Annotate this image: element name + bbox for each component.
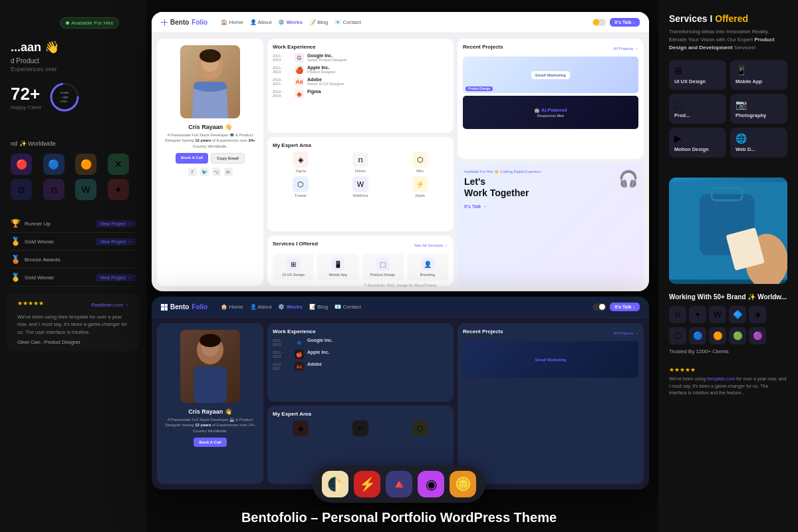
- left-subtitle: Experiences over: [11, 66, 136, 72]
- dark-book-call-btn[interactable]: Book A Call: [194, 438, 226, 447]
- brands-grid: 🔴 🔵 🟠 ✕ ⊙ 𝕟 W ✦: [11, 154, 136, 200]
- right-service-prod: ⬚ Prod...: [669, 94, 726, 124]
- github-icon[interactable]: ⌥: [212, 168, 221, 176]
- services-link[interactable]: See All Services →: [414, 243, 448, 247]
- linkedin-icon[interactable]: in: [224, 168, 233, 176]
- theme-toggle-dark[interactable]: [593, 303, 606, 311]
- cta-title: Let's Work Together: [464, 176, 637, 199]
- nav-links-dark: 🏠 Home 👤 About ⚙️ Works 📝 Blog 📧 Contact: [221, 304, 361, 310]
- dock-coin[interactable]: 🪙: [450, 471, 476, 497]
- dark-projects-header: Recent Projects All Projects →: [463, 329, 638, 338]
- svg-text:↓ START: ↓ START: [61, 96, 68, 99]
- figma-tool-icon: ◈: [293, 152, 309, 168]
- social-icons: f 🐦 ⌥ in: [188, 168, 233, 176]
- expert-area-title: My Expert Area: [273, 142, 448, 148]
- dark-profile-desc: A Passionate Full Stack Developer 💻 & Pr…: [164, 417, 257, 434]
- bottom-title: Bentofolio – Personal Portfolio WordPres…: [241, 510, 557, 525]
- rb-green: 🟢: [729, 327, 746, 344]
- dark-tools-grid: ◈ 𝕟 ⬡: [273, 420, 448, 436]
- tool-miro: ⬡ Miro: [392, 152, 448, 173]
- dark-card-body: Cris Rayaan 👋 A Passionate Full Stack De…: [152, 318, 649, 489]
- dock-sun-moon[interactable]: 🌓: [322, 471, 348, 497]
- nav-home-dark[interactable]: 🏠 Home: [221, 304, 243, 310]
- dark-tool-miro: ⬡: [392, 420, 448, 436]
- facebook-icon[interactable]: f: [188, 168, 197, 176]
- service-branding: 👤 Branding: [407, 253, 448, 281]
- right-brands-row-1: 𝕟 ✦ W 🔷 ◈: [669, 306, 787, 323]
- miro-tool-icon: ⬡: [412, 152, 428, 168]
- dark-figma-icon: ◈: [293, 420, 309, 436]
- nav-blog[interactable]: 📝 Blog: [309, 19, 328, 25]
- services-header: Services I Offered See All Services →: [273, 241, 448, 250]
- nav-cta-btn[interactable]: It's Talk ↓: [610, 18, 640, 27]
- testimonial-text: We've been using their template for over…: [17, 313, 129, 336]
- brand-notion: 𝕟: [43, 179, 65, 200]
- copy-email-btn[interactable]: Copy Email: [211, 153, 245, 164]
- projects-title: Recent Projects: [463, 44, 503, 50]
- achievement-gold: 🥇 Gold Winner View Project →: [11, 233, 136, 251]
- nav-blog-dark[interactable]: 📝 Blog: [309, 304, 328, 310]
- achievements-section: 🏆 Runner Up View Project → 🥇 Gold Winner…: [0, 208, 146, 293]
- logo-folio: Folio: [192, 19, 207, 26]
- book-call-btn[interactable]: Book A Call: [176, 153, 208, 164]
- right-services-grid: ⊞ UI UX Design 📱 Mobile App ⬚ Prod... 📷 …: [669, 60, 787, 158]
- bag-svg: [669, 178, 787, 284]
- rb-teams: 🔷: [729, 306, 746, 323]
- dock-app[interactable]: 🔺: [386, 471, 412, 497]
- right-stars: ★★★★★: [669, 366, 787, 373]
- right-col: Recent Projects All Projects → Email Mar…: [458, 39, 644, 286]
- cta-box: Available For Hire 👋 Crafting Digital Ex…: [458, 163, 644, 286]
- dock-elementor[interactable]: ⚡: [354, 471, 380, 497]
- dock-circle[interactable]: ◉: [418, 471, 444, 497]
- right-prod-icon: ⬚: [674, 99, 721, 110]
- nav-cta-btn-dark[interactable]: It's Talk ↓: [610, 303, 640, 311]
- tools-grid: ◈ Figma 𝕟 Notion ⬡ Miro ⬡ Framer: [273, 152, 448, 198]
- rb-purple: 🟣: [749, 327, 766, 344]
- dark-expert-title: My Expert Area: [273, 411, 448, 417]
- review-source: Readteam.com →: [92, 303, 129, 307]
- theme-toggle[interactable]: [593, 19, 606, 26]
- nav-about-dark[interactable]: 👤 About: [250, 304, 272, 310]
- nav-about[interactable]: 👤 About: [250, 19, 272, 25]
- left-testimonial: ★★★★★ Readteam.com → We've been using th…: [7, 293, 140, 351]
- nav-contact-dark[interactable]: 📧 Contact: [334, 304, 361, 310]
- dark-all-projects-link[interactable]: All Projects →: [613, 331, 638, 335]
- dark-exp-google: 2021 - 2023 G Google Inc.: [273, 338, 448, 347]
- nav-contact[interactable]: 📧 Contact: [334, 19, 361, 25]
- logo-icon: [161, 19, 168, 26]
- center-card-light: BentoFolio 🏠 Home 👤 About ⚙️ Works 📝 Blo…: [152, 12, 649, 291]
- review-link[interactable]: template.com: [707, 376, 735, 381]
- cta-tag: Available For Hire 👋 Crafting Digital Ex…: [464, 170, 637, 174]
- bag-photo: [669, 178, 787, 284]
- name-text: ...aan 👋: [11, 40, 59, 55]
- right-service-mobile: 📱 Mobile App: [730, 60, 787, 90]
- stats-row: 72+ Happy Client DOWN ↓ START DOWN ↓: [11, 80, 136, 114]
- all-projects-link[interactable]: All Projects →: [613, 47, 638, 51]
- svg-point-9: [200, 49, 221, 63]
- rb-orange: 🟠: [709, 327, 726, 344]
- achievement-runner-up: 🏆 Runner Up View Project →: [11, 215, 136, 233]
- right-services-section: Services I Offered Transforming Ideas in…: [658, 0, 798, 178]
- right-brands-row-2: ⬡ 🔵 🟠 🟢 🟣: [669, 327, 787, 344]
- logo-folio-dark: Folio: [192, 303, 207, 311]
- nav-works-dark[interactable]: ⚙️ Works: [278, 304, 303, 310]
- right-service-motion: ▶ Motion Design: [669, 128, 726, 158]
- gold2-link[interactable]: View Project →: [96, 274, 136, 281]
- gold-link[interactable]: View Project →: [96, 238, 136, 245]
- rb-w: W: [709, 306, 726, 323]
- product-icon: ⬚: [376, 257, 390, 271]
- dark-profile-col: Cris Rayaan 👋 A Passionate Full Stack De…: [157, 323, 263, 484]
- twitter-icon[interactable]: 🐦: [200, 168, 209, 176]
- right-section-title: Services I Offered: [669, 13, 787, 24]
- nav-home[interactable]: 🏠 Home: [221, 19, 243, 25]
- service-ui-ux: ⊞ UI UX Design: [273, 253, 314, 281]
- profile-btns: Book A Call Copy Email: [176, 153, 245, 164]
- stat-label: Happy Client: [11, 104, 41, 110]
- runner-up-link[interactable]: View Project →: [96, 220, 136, 227]
- tool-webflow: W WebFlow: [332, 176, 389, 198]
- stat-num: 72+: [11, 84, 41, 104]
- nav-works[interactable]: ⚙️ Works: [278, 19, 303, 25]
- right-testimonial-text: We've been using template.com for over a…: [669, 376, 787, 397]
- cta-link[interactable]: It's Talk →: [464, 204, 637, 209]
- webflow-tool-icon: W: [352, 176, 368, 192]
